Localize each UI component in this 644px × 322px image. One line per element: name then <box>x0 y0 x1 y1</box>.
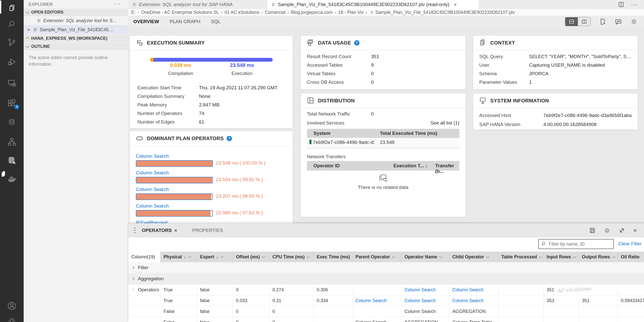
operator-link[interactable]: Column Search <box>136 203 169 209</box>
breadcrumb-item[interactable]: Comercial <box>265 10 285 15</box>
column-header[interactable]: Input Rows <box>543 252 579 262</box>
table-row[interactable]: True false 0.033 0.31 0.334 Column Searc… <box>128 295 644 306</box>
comment-icon[interactable] <box>615 18 622 25</box>
tab-plan-graph[interactable]: PLAN GRAPH <box>170 19 200 24</box>
column-header[interactable]: Parent Operator <box>352 252 401 262</box>
account-icon[interactable] <box>0 298 24 314</box>
operator-bar-track <box>136 160 213 167</box>
tab-operators[interactable]: OPERATORS × <box>142 228 177 233</box>
operator-link[interactable]: Column Search <box>136 187 169 192</box>
close-panel-icon[interactable]: × <box>633 227 637 234</box>
mouse-cursor <box>0 168 9 177</box>
gear-icon[interactable] <box>604 227 611 234</box>
hierarchy-icon[interactable] <box>0 134 24 150</box>
column-header[interactable]: CPU Time (ms) <box>269 252 313 262</box>
close-icon[interactable]: × <box>27 27 30 33</box>
group-row-aggregation[interactable]: Aggregation <box>128 273 644 284</box>
system-information-card: SYSTEM INFORMATION Accessed Host7eb9f2e7… <box>473 94 638 130</box>
card-title: SYSTEM INFORMATION <box>490 98 549 104</box>
extensions-icon[interactable] <box>0 95 24 111</box>
accessed-tables-link[interactable]: 9 <box>371 62 374 68</box>
drag-handle-icon[interactable] <box>134 228 135 229</box>
breadcrumb-item[interactable]: E: <box>131 10 136 15</box>
operator-bar-track <box>136 177 213 183</box>
tab-overview[interactable]: OVERVIEW <box>133 19 159 24</box>
column-header[interactable]: Exec Time (ms) <box>313 252 352 262</box>
tab-properties[interactable]: PROPERTIES <box>192 228 223 233</box>
help-icon[interactable]: ? <box>354 40 359 46</box>
see-all-list-link[interactable]: See all list (1) <box>430 120 459 126</box>
sort-descending-icon[interactable]: ↓ <box>425 163 428 169</box>
column-header[interactable]: Child Operator <box>449 252 498 262</box>
filter-input[interactable] <box>548 241 607 247</box>
column-header[interactable]: Physical↓ <box>160 252 197 262</box>
operator-bar-track <box>136 193 213 200</box>
source-control-icon[interactable] <box>0 34 24 50</box>
explorer-icon[interactable] <box>0 0 24 16</box>
close-icon[interactable]: × <box>454 2 457 8</box>
sort-descending-icon: ↓ <box>216 254 218 260</box>
breadcrumb-item[interactable]: Blog.jorgeporca.com <box>291 10 333 15</box>
operator-bar-item: IEEvalPrecond <box>136 220 287 223</box>
table-row[interactable]: False false 0 0 Column Search AGGREGATIO… <box>128 317 644 322</box>
breadcrumb-item[interactable]: OneDrive - AC Enterprise Solutions SL <box>141 10 219 15</box>
card-title: CONTEXT <box>490 40 515 46</box>
help-icon[interactable]: ? <box>227 136 232 141</box>
operator-link[interactable]: Column Search <box>136 153 169 159</box>
operator-bar-fill <box>136 177 212 183</box>
chevron-down-icon <box>262 255 265 258</box>
chevron-down-icon <box>26 10 29 14</box>
workspace-section-header[interactable]: HANA_EXPRESS_WS (WORKSPACE) <box>24 35 128 42</box>
open-editors-header[interactable]: OPEN EDITORS <box>24 9 128 16</box>
column-header[interactable]: Output Rows <box>579 252 618 262</box>
column-header[interactable]: Column(19) <box>128 252 160 262</box>
services-table-row[interactable]: 7eb9f2e7-c086-4496-9adc-d3a9656f1aba 23.… <box>307 138 459 147</box>
column-header[interactable]: Expert↓ <box>197 252 233 262</box>
gear-icon[interactable] <box>630 18 637 25</box>
split-editor-icon[interactable] <box>618 1 624 8</box>
breadcrumb-item[interactable]: 01 AC eSolutions <box>225 10 259 15</box>
breadcrumb-item-file[interactable]: Sample_Plan_Viz_File_54183C45C9B100449E3… <box>375 10 515 15</box>
horizontal-split-button[interactable] <box>565 17 578 26</box>
column-header[interactable]: O/I Ratio <box>618 252 644 262</box>
more-actions-icon[interactable]: ··· <box>631 1 638 8</box>
vertical-split-button[interactable] <box>578 17 590 26</box>
search-icon[interactable] <box>0 16 24 32</box>
group-row-filter[interactable]: Filter <box>128 262 644 273</box>
operator-link[interactable]: IEEvalPrecond <box>136 220 168 223</box>
sort-descending-icon: ↓ <box>184 254 186 260</box>
dominant-plan-operators-card: DOMINANT PLAN OPERATORS ? Column Search … <box>130 131 293 223</box>
chevron-down-icon <box>573 255 576 258</box>
card-title: EXECUTION SUMMARY <box>147 40 205 46</box>
panel-tab-bar: OPERATORS × PROPERTIES × <box>128 223 644 237</box>
operator-link[interactable]: Column Search <box>136 170 169 175</box>
settings-gear-icon[interactable] <box>0 313 24 322</box>
operator-time-value: 23.504 ms ( 99.81 % ) <box>216 177 263 182</box>
remote-explorer-icon[interactable] <box>0 75 24 91</box>
chevron-down-icon <box>439 255 442 258</box>
save-icon[interactable] <box>589 227 596 234</box>
column-header[interactable]: Operator Name <box>401 252 449 262</box>
export-file-icon[interactable] <box>599 18 606 25</box>
column-header[interactable]: Table Processed <box>498 252 543 262</box>
clear-filter-link[interactable]: Clear Filter <box>618 241 642 247</box>
table-row[interactable]: False false 0 0 Column Search AGGREGATIO… <box>128 306 644 317</box>
sql-analyzer-icon[interactable] <box>0 152 24 169</box>
card-title: DOMINANT PLAN OPERATORS <box>147 136 224 141</box>
breadcrumb-item[interactable]: 18 - Plan Viz <box>338 10 364 15</box>
tab-extension[interactable]: Extension: SQL analyzer tool for SAP HAN… <box>128 0 267 9</box>
tab-sql[interactable]: SQL <box>211 19 221 24</box>
tab-plan-viz-file[interactable]: Sample_Plan_Viz_File_54183C45C9B100449E3… <box>267 0 479 9</box>
operator-time-value: 23.207 ms ( 98.55 % ) <box>216 193 263 199</box>
maximize-panel-icon[interactable] <box>619 227 625 234</box>
close-icon[interactable]: × <box>174 228 177 233</box>
open-editor-item-extension[interactable]: Extension: SQL analyzer tool for SAP HAN… <box>24 16 128 25</box>
filter-input-box[interactable] <box>538 239 614 249</box>
database-icon[interactable] <box>0 114 24 131</box>
open-editor-item-plv[interactable]: × Sample_Plan_Viz_File_54183C45C9B10044.… <box>24 25 128 34</box>
outline-section-header[interactable]: OUTLINE <box>24 43 128 50</box>
column-header[interactable]: Offset (ms) <box>233 252 269 262</box>
system-id: 7eb9f2e7-c086-4496-9adc-d3a9656f1aba <box>313 140 374 145</box>
sidebar-more-actions[interactable]: ··· <box>114 1 121 7</box>
run-debug-icon[interactable] <box>0 54 24 70</box>
